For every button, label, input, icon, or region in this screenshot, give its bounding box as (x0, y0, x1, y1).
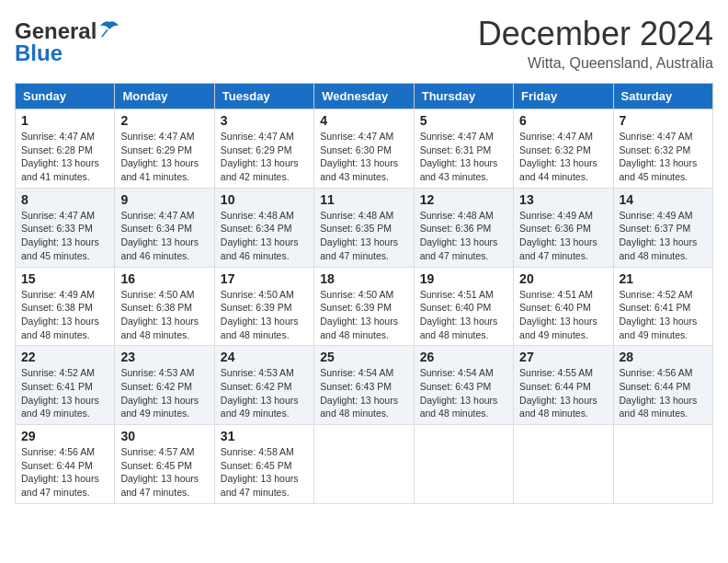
day-info: Sunrise: 4:49 AM Sunset: 6:36 PM Dayligh… (519, 209, 607, 263)
day-info: Sunrise: 4:52 AM Sunset: 6:41 PM Dayligh… (21, 366, 108, 420)
day-info: Sunrise: 4:49 AM Sunset: 6:38 PM Dayligh… (21, 288, 108, 342)
day-number: 18 (320, 271, 407, 286)
day-info: Sunrise: 4:47 AM Sunset: 6:29 PM Dayligh… (221, 130, 308, 184)
day-number: 11 (320, 192, 407, 207)
day-number: 24 (221, 350, 308, 364)
day-info: Sunrise: 4:47 AM Sunset: 6:28 PM Dayligh… (21, 130, 108, 184)
calendar-week-1: 1 Sunrise: 4:47 AM Sunset: 6:28 PM Dayli… (16, 109, 713, 189)
table-row: 11 Sunrise: 4:48 AM Sunset: 6:35 PM Dayl… (314, 188, 414, 267)
table-row: 15 Sunrise: 4:49 AM Sunset: 6:38 PM Dayl… (16, 267, 115, 346)
col-thursday: Thursday (414, 84, 513, 109)
day-number: 30 (120, 429, 208, 443)
table-row: 5 Sunrise: 4:47 AM Sunset: 6:31 PM Dayli… (414, 109, 513, 189)
calendar-week-2: 8 Sunrise: 4:47 AM Sunset: 6:33 PM Dayli… (16, 188, 713, 267)
day-info: Sunrise: 4:48 AM Sunset: 6:34 PM Dayligh… (221, 209, 308, 263)
day-number: 22 (21, 350, 108, 364)
day-info: Sunrise: 4:50 AM Sunset: 6:38 PM Dayligh… (120, 288, 208, 342)
table-row: 29 Sunrise: 4:56 AM Sunset: 6:44 PM Dayl… (16, 425, 115, 504)
table-row: 21 Sunrise: 4:52 AM Sunset: 6:41 PM Dayl… (613, 267, 712, 346)
col-wednesday: Wednesday (314, 84, 414, 109)
day-number: 15 (21, 271, 108, 286)
day-info: Sunrise: 4:47 AM Sunset: 6:31 PM Dayligh… (420, 130, 507, 184)
day-number: 2 (120, 113, 208, 128)
day-number: 25 (320, 350, 407, 364)
day-number: 29 (21, 429, 108, 443)
table-row: 22 Sunrise: 4:52 AM Sunset: 6:41 PM Dayl… (16, 346, 115, 425)
day-info: Sunrise: 4:56 AM Sunset: 6:44 PM Dayligh… (21, 445, 108, 500)
table-row: 31 Sunrise: 4:58 AM Sunset: 6:45 PM Dayl… (214, 425, 313, 504)
month-title: December 2024 (478, 15, 713, 53)
day-info: Sunrise: 4:48 AM Sunset: 6:35 PM Dayligh… (320, 209, 407, 263)
day-info: Sunrise: 4:58 AM Sunset: 6:45 PM Dayligh… (221, 445, 308, 500)
table-row (613, 425, 712, 504)
col-saturday: Saturday (613, 84, 712, 109)
day-info: Sunrise: 4:55 AM Sunset: 6:44 PM Dayligh… (519, 366, 607, 420)
table-row: 7 Sunrise: 4:47 AM Sunset: 6:32 PM Dayli… (613, 109, 712, 189)
day-info: Sunrise: 4:52 AM Sunset: 6:41 PM Dayligh… (620, 288, 707, 342)
logo: General Blue (15, 15, 120, 66)
table-row: 8 Sunrise: 4:47 AM Sunset: 6:33 PM Dayli… (16, 188, 115, 267)
title-area: December 2024 Witta, Queensland, Austral… (478, 15, 713, 72)
table-row: 16 Sunrise: 4:50 AM Sunset: 6:38 PM Dayl… (115, 267, 214, 346)
table-row: 18 Sunrise: 4:50 AM Sunset: 6:39 PM Dayl… (314, 267, 414, 346)
day-info: Sunrise: 4:53 AM Sunset: 6:42 PM Dayligh… (221, 366, 308, 420)
table-row: 3 Sunrise: 4:47 AM Sunset: 6:29 PM Dayli… (214, 109, 313, 189)
day-info: Sunrise: 4:51 AM Sunset: 6:40 PM Dayligh… (519, 288, 607, 342)
table-row: 17 Sunrise: 4:50 AM Sunset: 6:39 PM Dayl… (214, 267, 313, 346)
calendar-week-4: 22 Sunrise: 4:52 AM Sunset: 6:41 PM Dayl… (16, 346, 713, 425)
day-number: 4 (320, 113, 407, 128)
day-number: 6 (519, 113, 607, 128)
day-info: Sunrise: 4:47 AM Sunset: 6:32 PM Dayligh… (620, 130, 707, 184)
day-number: 31 (221, 429, 308, 443)
table-row: 14 Sunrise: 4:49 AM Sunset: 6:37 PM Dayl… (613, 188, 712, 267)
day-info: Sunrise: 4:47 AM Sunset: 6:29 PM Dayligh… (120, 130, 208, 184)
day-number: 16 (120, 271, 208, 286)
day-info: Sunrise: 4:53 AM Sunset: 6:42 PM Dayligh… (120, 366, 208, 420)
calendar-week-5: 29 Sunrise: 4:56 AM Sunset: 6:44 PM Dayl… (16, 425, 713, 504)
day-info: Sunrise: 4:57 AM Sunset: 6:45 PM Dayligh… (120, 445, 208, 500)
table-row: 12 Sunrise: 4:48 AM Sunset: 6:36 PM Dayl… (414, 188, 513, 267)
day-info: Sunrise: 4:50 AM Sunset: 6:39 PM Dayligh… (320, 288, 407, 342)
logo-blue: Blue (15, 40, 63, 66)
day-info: Sunrise: 4:49 AM Sunset: 6:37 PM Dayligh… (620, 209, 707, 263)
day-number: 9 (120, 192, 208, 207)
table-row: 28 Sunrise: 4:56 AM Sunset: 6:44 PM Dayl… (613, 346, 712, 425)
table-row: 2 Sunrise: 4:47 AM Sunset: 6:29 PM Dayli… (115, 109, 214, 189)
table-row: 20 Sunrise: 4:51 AM Sunset: 6:40 PM Dayl… (514, 267, 613, 346)
day-number: 14 (620, 192, 707, 207)
table-row: 25 Sunrise: 4:54 AM Sunset: 6:43 PM Dayl… (314, 346, 414, 425)
table-row: 27 Sunrise: 4:55 AM Sunset: 6:44 PM Dayl… (514, 346, 613, 425)
day-number: 19 (420, 271, 507, 286)
day-info: Sunrise: 4:47 AM Sunset: 6:32 PM Dayligh… (519, 130, 607, 184)
table-row: 10 Sunrise: 4:48 AM Sunset: 6:34 PM Dayl… (214, 188, 313, 267)
table-row: 26 Sunrise: 4:54 AM Sunset: 6:43 PM Dayl… (414, 346, 513, 425)
day-number: 27 (519, 350, 607, 364)
day-info: Sunrise: 4:47 AM Sunset: 6:33 PM Dayligh… (21, 209, 108, 263)
day-number: 1 (21, 113, 108, 128)
day-number: 5 (420, 113, 507, 128)
day-number: 8 (21, 192, 108, 207)
day-info: Sunrise: 4:47 AM Sunset: 6:34 PM Dayligh… (120, 209, 208, 263)
logo-bird-icon (98, 20, 120, 39)
day-number: 21 (620, 271, 707, 286)
calendar-header-row: Sunday Monday Tuesday Wednesday Thursday… (16, 84, 713, 109)
location: Witta, Queensland, Australia (478, 55, 713, 72)
table-row: 23 Sunrise: 4:53 AM Sunset: 6:42 PM Dayl… (115, 346, 214, 425)
day-info: Sunrise: 4:47 AM Sunset: 6:30 PM Dayligh… (320, 130, 407, 184)
day-number: 13 (519, 192, 607, 207)
col-tuesday: Tuesday (214, 84, 313, 109)
day-info: Sunrise: 4:51 AM Sunset: 6:40 PM Dayligh… (420, 288, 507, 342)
col-monday: Monday (115, 84, 214, 109)
day-info: Sunrise: 4:50 AM Sunset: 6:39 PM Dayligh… (221, 288, 308, 342)
day-info: Sunrise: 4:54 AM Sunset: 6:43 PM Dayligh… (420, 366, 507, 420)
day-info: Sunrise: 4:54 AM Sunset: 6:43 PM Dayligh… (320, 366, 407, 420)
day-number: 12 (420, 192, 507, 207)
page-header: General Blue December 2024 Witta, Queens… (15, 15, 713, 72)
table-row: 4 Sunrise: 4:47 AM Sunset: 6:30 PM Dayli… (314, 109, 414, 189)
col-sunday: Sunday (16, 84, 115, 109)
table-row: 6 Sunrise: 4:47 AM Sunset: 6:32 PM Dayli… (514, 109, 613, 189)
day-number: 23 (120, 350, 208, 364)
table-row: 13 Sunrise: 4:49 AM Sunset: 6:36 PM Dayl… (514, 188, 613, 267)
table-row: 19 Sunrise: 4:51 AM Sunset: 6:40 PM Dayl… (414, 267, 513, 346)
table-row (514, 425, 613, 504)
